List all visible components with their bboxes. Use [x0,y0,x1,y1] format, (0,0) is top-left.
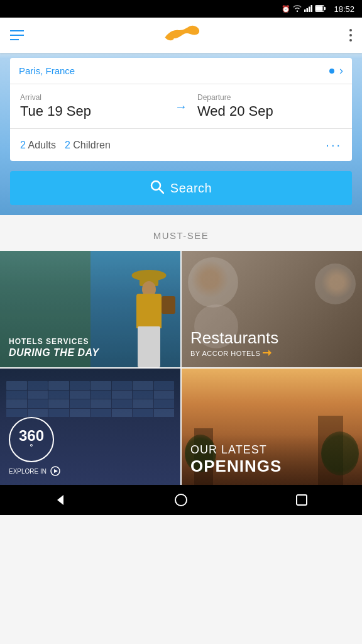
children-count[interactable]: 2 Children [65,140,111,151]
search-button[interactable]: Search [10,171,352,205]
alarm-icon: ⏰ [282,5,290,13]
svg-marker-11 [57,495,63,505]
restaurants-subtitle: BY ACCOR HOTELS [190,350,260,357]
svg-rect-0 [304,9,306,12]
restaurants-card[interactable]: Restaurants BY ACCOR HOTELS [182,251,362,367]
guests-section: 2 Adults 2 Children ··· [10,129,352,161]
departure-value: Wed 20 Sep [197,103,342,119]
date-separator-arrow: → [175,99,187,114]
svg-rect-2 [309,6,310,12]
openings-card[interactable]: OUR LATEST OPENINGS [182,369,362,485]
departure-date-block[interactable]: Departure Wed 20 Sep [197,93,342,119]
guests-info: 2 Adults 2 Children [20,140,111,151]
arrival-date-block[interactable]: Arrival Tue 19 Sep [20,93,165,119]
svg-point-12 [175,494,187,506]
arrival-value: Tue 19 Sep [20,103,165,119]
explore-in-label: EXPLORE IN [9,468,47,475]
svg-rect-6 [324,7,326,10]
departure-label: Departure [197,93,342,102]
back-button[interactable] [45,485,75,515]
svg-rect-1 [307,8,309,12]
openings-content: OUR LATEST OPENINGS [182,369,362,485]
top-nav [0,18,362,53]
restaurants-title: Restaurants [190,329,353,347]
bottom-nav [0,485,362,515]
svg-rect-3 [311,5,313,12]
search-icon [150,180,164,197]
restaurants-content: Restaurants BY ACCOR HOTELS [182,251,362,367]
360-content: 360 ° EXPLORE IN [0,369,180,485]
status-time: 18:52 [334,4,354,14]
hotels-services-card[interactable]: HOTELS SERVICES DURING THE DAY [0,251,180,367]
more-guests-button[interactable]: ··· [326,138,342,152]
360-badge: 360 ° [9,417,54,462]
svg-rect-13 [297,495,307,505]
location-indicator [329,69,334,74]
svg-marker-10 [54,469,58,473]
hotels-services-line1: HOTELS SERVICES [9,337,172,347]
hotels-services-content: HOTELS SERVICES DURING THE DAY [0,251,180,367]
must-see-section: MUST-SEE HOTELS [0,215,362,485]
arrival-label: Arrival [20,93,165,102]
360-explore-card[interactable]: 360 ° EXPLORE IN [0,369,180,485]
openings-line1: OUR LATEST [190,443,353,457]
recents-button[interactable] [287,485,317,515]
status-bar: ⏰ 18:52 [0,0,362,18]
status-icons: ⏰ [282,5,326,13]
hamburger-menu[interactable] [10,30,24,40]
play-icon [50,466,60,476]
search-btn-container: Search [0,161,362,215]
location-chevron-icon: › [339,64,343,77]
must-see-grid: HOTELS SERVICES DURING THE DAY Restauran… [0,251,362,485]
adults-count[interactable]: 2 Adults [20,140,56,151]
location-bar[interactable]: Paris, France › [10,58,352,84]
search-button-label: Search [170,181,212,196]
app-logo[interactable] [161,25,201,45]
location-text: Paris, France [19,65,75,76]
openings-line2: OPENINGS [190,457,353,476]
hotels-services-line2: DURING THE DAY [9,347,172,358]
signal-icon [304,5,312,13]
hero-section: Paris, France › Arrival Tue 19 Sep → Dep… [0,53,362,215]
home-button[interactable] [166,485,196,515]
battery-icon [315,5,326,13]
wifi-icon [293,5,302,13]
restaurants-arrow-icon [263,347,272,358]
dates-section: Arrival Tue 19 Sep → Departure Wed 20 Se… [10,84,352,129]
must-see-title: MUST-SEE [0,230,362,241]
more-options-button[interactable] [349,29,352,42]
svg-line-8 [159,189,163,193]
svg-rect-5 [316,6,323,11]
